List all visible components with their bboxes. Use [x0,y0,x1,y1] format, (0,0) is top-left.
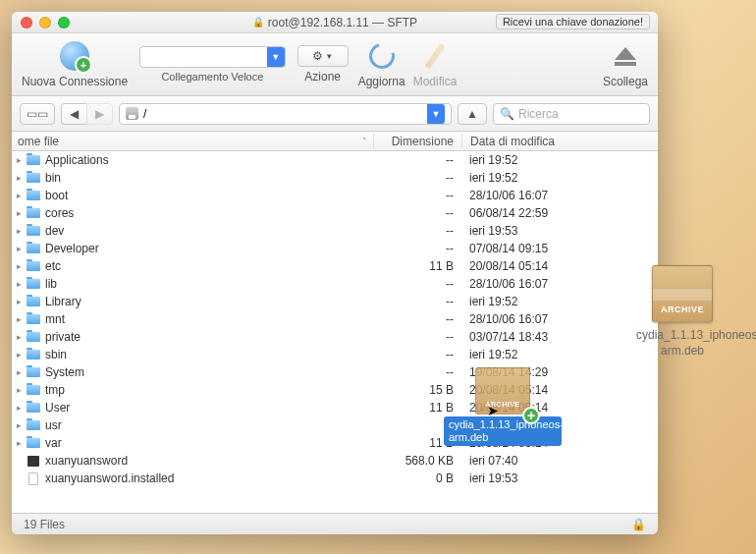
table-row[interactable]: ▸etc11 B20/08/14 05:14 [12,257,658,275]
table-row[interactable]: ▸User11 B20/08/14 05:14 [12,399,658,416]
up-button[interactable]: ▲ [458,103,487,125]
zoom-button[interactable] [58,17,70,28]
forward-button[interactable]: ▶ [86,103,113,125]
table-row[interactable]: ▸dev--ieri 19:53 [12,222,658,240]
action-button[interactable]: ⚙▼ Azione [297,45,349,83]
quick-connect-label: Collegamento Veloce [161,71,263,83]
table-row[interactable]: xuanyuansword.installed0 Bieri 19:53 [12,470,658,487]
close-button[interactable] [21,17,32,28]
file-icon [28,472,38,485]
file-size: -- [373,171,461,185]
back-button[interactable]: ◀ [61,103,86,125]
edit-label: Modifica [413,75,458,88]
file-size: 15 B [373,383,461,397]
disclosure-triangle-icon[interactable]: ▸ [12,385,26,395]
table-row[interactable]: ▸Developer--07/08/14 09:15 [12,240,658,257]
disclosure-triangle-icon[interactable]: ▸ [12,279,26,289]
table-row[interactable]: ▸bin--ieri 19:52 [12,169,658,187]
table-row[interactable]: ▸private--03/07/14 18:43 [12,328,658,346]
new-connection-button[interactable]: Nuova Connessione [22,40,128,88]
file-size: -- [373,206,461,220]
refresh-label: Aggiorna [358,75,405,88]
file-size: -- [373,312,461,326]
file-date: 20/08/14 05:14 [461,401,658,415]
file-name: lib [45,277,373,291]
path-dropdown[interactable]: / ▼ [119,103,452,125]
table-row[interactable]: ▸System--19/08/14 14:29 [12,363,658,381]
disclosure-triangle-icon[interactable]: ▸ [12,332,26,342]
header-name[interactable]: ome file˄ [12,135,373,148]
minimize-button[interactable] [39,17,51,28]
edit-button[interactable]: Modifica [413,40,458,88]
toolbar: Nuova Connessione ▼ Collegamento Veloce … [12,33,658,96]
disclosure-triangle-icon[interactable]: ▸ [12,403,26,413]
disclosure-triangle-icon[interactable]: ▸ [12,226,26,236]
disconnect-button[interactable]: Scollega [603,40,648,88]
file-list[interactable]: ▸Applications--ieri 19:52▸bin--ieri 19:5… [12,151,658,513]
disclosure-triangle-icon[interactable]: ▸ [12,314,26,324]
disclosure-triangle-icon[interactable]: ▸ [12,350,26,360]
table-row[interactable]: ▸tmp15 B20/08/14 05:14 [12,381,658,399]
quick-connect-input[interactable]: ▼ [139,46,286,68]
disclosure-triangle-icon[interactable]: ▸ [12,261,26,271]
file-name: cores [45,206,373,220]
disconnect-label: Scollega [603,75,648,88]
bookmarks-button[interactable]: ▭▭ [20,103,55,125]
table-row[interactable]: ▸mnt--28/10/06 16:07 [12,310,658,328]
file-name: private [45,330,373,344]
file-name: bin [45,171,373,185]
refresh-button[interactable]: Aggiorna [358,40,405,88]
table-row[interactable]: ▸lib--28/10/06 16:07 [12,275,658,293]
eject-icon [615,47,636,66]
titlebar[interactable]: 🔒 root@192.168.1.11 — SFTP Ricevi una ch… [12,12,658,33]
file-date: 20/08/14 05:14 [461,383,658,397]
table-row[interactable]: ▸boot--28/10/06 16:07 [12,187,658,204]
disclosure-triangle-icon[interactable]: ▸ [12,367,26,377]
table-row[interactable]: ▸usr--ieri 19:30 [12,416,658,434]
file-size: 0 B [373,471,461,485]
disclosure-triangle-icon[interactable]: ▸ [12,244,26,253]
header-date[interactable]: Data di modifica [461,135,658,148]
sort-caret-icon: ˄ [362,137,367,146]
dropdown-arrow-icon[interactable]: ▼ [427,104,445,124]
table-row[interactable]: ▸Applications--ieri 19:52 [12,151,658,169]
desktop-file-name: cydia_1.1.13_iphoneos-arm.deb [636,328,729,359]
desktop-file[interactable]: cydia_1.1.13_iphoneos-arm.deb [636,265,729,359]
file-name: Applications [45,153,373,167]
table-row[interactable]: ▸sbin--ieri 19:52 [12,346,658,363]
folder-icon [27,332,40,342]
disclosure-triangle-icon[interactable]: ▸ [12,208,26,218]
folder-icon [27,208,40,218]
file-size: 11 B [373,259,461,273]
file-date: 28/10/06 16:07 [461,312,658,326]
lock-icon: 🔒 [252,17,264,28]
disk-icon [126,107,138,120]
disclosure-triangle-icon[interactable]: ▸ [12,191,26,200]
folder-icon [27,420,40,430]
table-row[interactable]: ▸Library--ieri 19:52 [12,293,658,310]
folder-icon [27,279,40,289]
table-row[interactable]: ▸cores--06/08/14 22:59 [12,204,658,222]
disclosure-triangle-icon[interactable]: ▸ [12,297,26,306]
disclosure-triangle-icon[interactable]: ▸ [12,173,26,183]
search-input[interactable]: 🔍 Ricerca [493,103,650,125]
file-date: 19/08/14 14:29 [461,365,658,379]
folder-icon [27,244,40,253]
disclosure-triangle-icon[interactable]: ▸ [12,438,26,448]
column-headers: ome file˄ Dimensione Data di modifica [12,132,658,151]
header-size[interactable]: Dimensione [373,135,461,148]
new-connection-label: Nuova Connessione [22,75,128,88]
table-row[interactable]: xuanyuansword568.0 KBieri 07:40 [12,452,658,470]
table-row[interactable]: ▸var11 B20/08/14 05:14 [12,434,658,452]
file-size: -- [373,365,461,379]
file-date: 07/08/14 09:15 [461,242,658,255]
disclosure-triangle-icon[interactable]: ▸ [12,420,26,430]
file-date: ieri 19:30 [461,418,658,432]
donation-button[interactable]: Ricevi una chiave donazione! [496,14,650,29]
dropdown-arrow-icon[interactable]: ▼ [267,47,285,67]
file-size: -- [373,330,461,344]
disclosure-triangle-icon[interactable]: ▸ [12,155,26,165]
file-date: 06/08/14 22:59 [461,206,658,220]
search-placeholder: Ricerca [518,107,559,121]
file-name: Library [45,295,373,308]
